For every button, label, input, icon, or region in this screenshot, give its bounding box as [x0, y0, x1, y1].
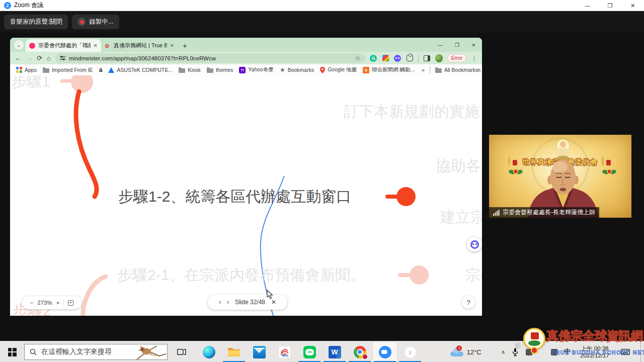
- reload-icon[interactable]: ⟳: [37, 54, 42, 62]
- profile-avatar[interactable]: [435, 54, 443, 62]
- participant-video[interactable]: 世界真佛宗宗務委員會: [489, 135, 631, 218]
- bookmark-amazon[interactable]: a: [99, 66, 103, 73]
- bookmarks-overflow-chevron[interactable]: »: [422, 67, 425, 73]
- tab-mindmeister[interactable]: 宗委會代辦處的「職能」及「規... ✕: [26, 39, 101, 52]
- restore-button[interactable]: ❐: [599, 0, 621, 11]
- tray-hidden-icon[interactable]: [549, 341, 558, 362]
- clock-date: 2022/12/17: [580, 352, 609, 359]
- browser-minimize-button[interactable]: —: [432, 38, 449, 52]
- bookmark-kiosk[interactable]: Kiosk: [179, 67, 201, 73]
- browser-restore-button[interactable]: ❐: [449, 38, 465, 52]
- taskbar-file-explorer[interactable]: [221, 341, 247, 362]
- bookmark-yahoo[interactable]: Y!Yahoo奇摩: [239, 66, 274, 73]
- node-step2-1-ghost: 步驟2-1、在宗派內發布預備會新聞。: [117, 265, 365, 286]
- all-bookmarks-folder[interactable]: All Bookmarks: [435, 67, 478, 73]
- bookmarks-bar: Apps Imported From IE a ASUSTeK COMPUTE.…: [10, 64, 482, 75]
- zoom-app-icon: Z: [4, 2, 11, 9]
- taskbar-search-input[interactable]: 在這裡輸入文字來搜尋: [24, 344, 168, 360]
- bookmark-asus[interactable]: ASUSTeK COMPUTE...: [108, 67, 173, 73]
- tab-true-buddha[interactable]: ✿ 真佛宗務網站 | True Buddha Sc... ✕: [101, 39, 178, 52]
- recording-indicator[interactable]: 錄製中...: [72, 15, 119, 29]
- tab-search-chevron-icon[interactable]: ⌄: [14, 40, 24, 50]
- feedback-widget-button[interactable]: [467, 237, 482, 252]
- feedback-icon: [470, 240, 479, 249]
- taskbar-edge[interactable]: [196, 341, 221, 362]
- assistant-extension-icon[interactable]: [394, 55, 401, 62]
- search-highlight-bird-image[interactable]: [133, 345, 166, 359]
- taskbar-mail[interactable]: [247, 341, 272, 362]
- touch-keyboard-icon[interactable]: [618, 341, 633, 362]
- file-explorer-icon: [227, 346, 240, 357]
- forward-icon[interactable]: →: [26, 54, 32, 62]
- new-tab-button[interactable]: +: [183, 41, 187, 50]
- grammarly-extension-icon[interactable]: G: [370, 55, 377, 62]
- extensions-puzzle-icon[interactable]: [407, 55, 413, 61]
- yahoo-icon: Y!: [239, 67, 246, 73]
- line-icon: LINE: [303, 346, 316, 358]
- node-step1-ghost: 步驟1: [12, 75, 50, 92]
- mindmap-canvas[interactable]: 步驟1 訂下本新規劃的實施 協助各 建立宗 步驟1-2、統籌各區代辦處互動窗口 …: [10, 75, 482, 316]
- side-panel-icon[interactable]: [424, 55, 430, 61]
- bookmark-bookmarks[interactable]: ★Bookmarks: [280, 66, 314, 73]
- tray-expand-chevron[interactable]: ∧: [497, 341, 509, 362]
- bookmarks-overflow-area: » All Bookmarks: [418, 64, 478, 75]
- next-slide-icon[interactable]: ›: [227, 299, 229, 306]
- show-desktop-button[interactable]: [640, 341, 641, 362]
- zoom-meeting-bar: 音樂家的原聲:關閉 錄製中...: [0, 11, 644, 33]
- bookmark-star-icon[interactable]: ☆: [355, 54, 361, 62]
- taskbar-zoom[interactable]: [372, 341, 397, 362]
- address-bar[interactable]: mindmeister.com/app/map/3062480376?t=RPL…: [55, 53, 365, 63]
- bookmark-imported[interactable]: Imported From IE: [43, 67, 93, 73]
- bookmark-udn[interactable]: u聯合新聞網:觸動...: [363, 66, 415, 73]
- taskbar-design-app[interactable]: [272, 341, 297, 362]
- tray-hidden-icon[interactable]: [524, 341, 533, 362]
- tray-microphone-icon[interactable]: [509, 341, 521, 362]
- back-icon[interactable]: ←: [15, 54, 21, 62]
- search-placeholder: 在這裡輸入文字來搜尋: [41, 347, 112, 356]
- folder-icon: [43, 68, 49, 73]
- tab-close-icon[interactable]: ✕: [94, 43, 98, 48]
- browser-close-button[interactable]: ✕: [465, 38, 482, 52]
- start-button[interactable]: [0, 341, 24, 362]
- node-step1-2[interactable]: 步驟1-2、統籌各區代辦處互動窗口: [118, 187, 351, 207]
- taskbar-itunes[interactable]: ♪: [397, 341, 423, 362]
- exit-slideshow-icon[interactable]: ✕: [271, 299, 276, 306]
- zoom-out-button[interactable]: −: [30, 300, 34, 306]
- bookmark-apps[interactable]: Apps: [16, 67, 37, 73]
- fit-map-icon[interactable]: [68, 300, 73, 306]
- taskbar: 在這裡輸入文字來搜尋: [0, 341, 644, 362]
- apps-grid-icon: [16, 67, 22, 73]
- taskbar-chrome[interactable]: [347, 341, 372, 362]
- sync-error-badge[interactable]: Error: [447, 54, 466, 62]
- design-app-icon: [278, 346, 291, 358]
- chrome-menu-icon[interactable]: ⋮: [471, 54, 477, 62]
- window-title: Zoom 會議: [14, 1, 43, 10]
- node-assist-ghost: 協助各: [436, 156, 481, 176]
- ime-indicator[interactable]: 中: [561, 341, 574, 362]
- site-settings-icon[interactable]: [60, 55, 65, 61]
- weather-cloud-icon: 1: [450, 347, 463, 356]
- taskbar-line[interactable]: LINE: [297, 341, 322, 362]
- close-button[interactable]: ✕: [621, 0, 644, 11]
- weather-widget[interactable]: 1 12°C: [445, 341, 487, 362]
- screenshot-extension-icon[interactable]: [382, 55, 389, 61]
- original-sound-button[interactable]: 音樂家的原聲:關閉: [4, 15, 68, 29]
- bookmark-google-maps[interactable]: Google 地圖: [320, 66, 357, 73]
- zoom-divider: [63, 300, 64, 306]
- tab-close-icon[interactable]: ✕: [170, 43, 174, 48]
- tab-title: 宗委會代辦處的「職能」及「規...: [38, 42, 91, 49]
- help-button[interactable]: ?: [462, 296, 475, 309]
- minimize-button[interactable]: —: [576, 0, 599, 11]
- zoom-in-button[interactable]: +: [56, 300, 60, 306]
- prev-slide-icon[interactable]: ‹: [219, 299, 221, 306]
- task-view-button[interactable]: [170, 341, 193, 362]
- home-icon[interactable]: ⌂: [47, 54, 51, 62]
- mouse-cursor: [267, 290, 273, 299]
- node-zongwei-ghost: 宗委: [465, 265, 482, 286]
- participant-figure: [489, 135, 631, 218]
- taskbar-clock[interactable]: 上午 00:38 2022/12/17: [575, 341, 615, 362]
- bookmark-themes[interactable]: themes: [207, 67, 233, 73]
- url-text[interactable]: mindmeister.com/app/map/3062480376?t=RPL…: [69, 55, 351, 61]
- zoom-icon: [379, 346, 391, 358]
- taskbar-word[interactable]: W: [322, 341, 347, 362]
